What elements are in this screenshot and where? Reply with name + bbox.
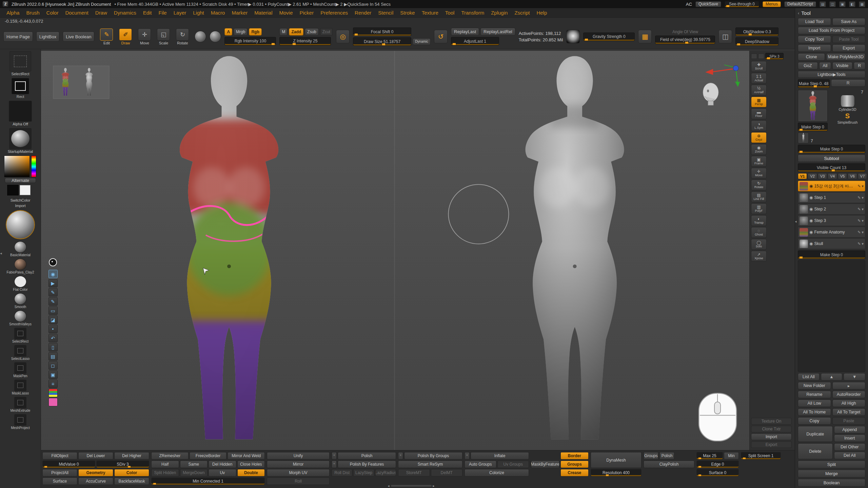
copy-button[interactable]: Copy [798, 417, 831, 425]
tray-button[interactable]: Del Lower [78, 452, 113, 460]
delete-button[interactable]: Delete [798, 443, 833, 459]
primary-color-swatch[interactable] [20, 185, 31, 195]
eye-icon[interactable]: ◉ [809, 195, 813, 200]
subtool-item[interactable]: ◉ Step 2 ✎ ▾ [798, 204, 865, 215]
menus-button[interactable]: Menus [763, 1, 781, 7]
menu-item[interactable]: Render [352, 9, 374, 16]
tray-button[interactable]: Uv [209, 469, 236, 476]
tool-panel-button[interactable]: Load Tools From Project [798, 27, 865, 34]
import-color-button[interactable]: Import [13, 203, 27, 208]
canvas-tool-icon[interactable]: ▤ [48, 352, 58, 361]
perspective-grid-icon[interactable]: ▦ [638, 30, 652, 43]
canvas-tool-icon[interactable]: ▶ [48, 279, 58, 287]
shelf-dots-icon[interactable] [758, 54, 764, 59]
canvas-tool-icon[interactable]: • [48, 325, 58, 333]
color-picker[interactable] [4, 156, 37, 177]
make-step-slider-second[interactable]: Make Step 0 [798, 145, 865, 153]
menu-item[interactable]: Layer [171, 9, 190, 16]
tray-button[interactable]: ClayPolish [644, 461, 694, 468]
adjust-last-slider[interactable]: AdjustLast 1 [451, 37, 499, 45]
draw-size-slider[interactable]: Draw Size 51.18757 [353, 37, 411, 46]
tray-button[interactable]: * [332, 461, 337, 468]
tray-button[interactable]: FreezeBorder [190, 452, 227, 460]
eye-icon[interactable]: ◉ [809, 207, 813, 211]
menu-item[interactable]: Dynamics [111, 9, 139, 16]
m-mode-chip[interactable]: M [279, 28, 288, 36]
merge-section-bar[interactable]: Merge [798, 470, 865, 477]
append-button[interactable]: Append [834, 426, 866, 433]
subtool-view-tab[interactable]: V5 [838, 173, 847, 179]
mode-button[interactable]: ✐ Draw [117, 28, 134, 45]
tool-panel-button[interactable]: Paste Tool [832, 36, 866, 43]
canvas-tool-icon[interactable]: ▭ [48, 306, 58, 315]
move-up-icon[interactable]: ▲ [821, 373, 843, 381]
tray-button[interactable]: Split Hidden [151, 469, 179, 476]
spix-slider[interactable]: SPix 3 [765, 53, 784, 60]
tray-button[interactable]: ZRemesher [151, 452, 189, 460]
tool-panel-button[interactable]: Visible [832, 62, 852, 69]
tray-scrollbar[interactable]: ◂▸ [388, 484, 435, 488]
quick-pick-item[interactable]: Smooth [14, 293, 26, 310]
subtool-view-tab[interactable]: V3 [818, 173, 827, 179]
quick-pick-item[interactable]: SmoothValleys [9, 310, 32, 327]
tray-button[interactable]: StoreMT [398, 469, 430, 476]
eye-icon[interactable]: ◉ [809, 218, 813, 223]
tray-button[interactable]: Crease [560, 469, 589, 476]
subtool-make-step-slider[interactable]: Make Step 0 [798, 250, 865, 259]
canvas-tool-icon[interactable]: ▯ [48, 343, 58, 351]
right-shelf-button[interactable]: ◐ Transp [751, 215, 767, 226]
right-shelf-button[interactable]: ½ AAHalf [751, 85, 767, 96]
texture-sphere-icon[interactable] [195, 31, 206, 42]
menu-item[interactable]: Transform [458, 9, 487, 16]
obj-shadow-slider[interactable]: ObjShadow 0.3 [735, 27, 778, 36]
texture-palette-button[interactable]: Texture On [751, 418, 792, 425]
subtool-view-tab[interactable]: V7 [858, 173, 867, 179]
menu-item[interactable]: Macro [208, 9, 228, 16]
tray-button[interactable]: Roll [267, 477, 330, 485]
focal-shift-slider[interactable]: Focal Shift 0 [353, 27, 411, 36]
subtool-row-icons[interactable]: ✎ ▾ [857, 207, 864, 211]
tray-button[interactable]: Roll Dist [332, 469, 352, 476]
subtool-row-icons[interactable]: ✎ ▾ [857, 196, 864, 200]
quick-pick-item[interactable]: MaskPen [13, 362, 27, 379]
new-folder-button[interactable]: New Folder [798, 382, 831, 389]
sidebar-picker-item[interactable]: StartupMaterial [8, 128, 33, 155]
window-control-icon[interactable]: ▤ [820, 1, 826, 7]
mode-button[interactable]: ◱ Scale [155, 28, 172, 45]
mode-button[interactable]: ↻ Rotate [174, 28, 191, 45]
tray-button[interactable]: LazyRadius [375, 469, 396, 476]
window-control-icon[interactable]: ▣ [839, 1, 846, 7]
dynamic-toggle[interactable]: Dynamic [413, 38, 431, 45]
eye-icon[interactable]: ◉ [809, 184, 813, 188]
menu-item[interactable]: Color [43, 9, 62, 16]
tray-button[interactable]: MergeDown [180, 469, 208, 476]
subtool-row-icons[interactable]: ✎ ▾ [857, 184, 864, 188]
zadd-button[interactable]: Zadd [289, 28, 303, 36]
canvas-tool-icon[interactable]: ◪ [48, 316, 58, 324]
rgb-intensity-slider[interactable]: Rgb Intensity 100 [224, 37, 276, 45]
pin-icon[interactable] [49, 258, 57, 266]
duplicate-button[interactable]: Duplicate [798, 426, 833, 442]
right-shelf-button[interactable]: ◯ Solo [751, 239, 767, 250]
tray-button[interactable]: Geometry [78, 469, 113, 476]
z-intensity-slider[interactable]: Z Intensity 25 [279, 37, 331, 45]
right-shelf-button[interactable]: ◑ L.Sym [751, 120, 767, 131]
quick-pick-item[interactable]: MeshProject [11, 414, 30, 431]
sculpting-canvas[interactable]: ◉▶✎✎▭◪•↶▯▤◻▣≡▦■ SPix 3 ✚ Scroll [41, 49, 795, 450]
current-tool-thumbnail[interactable] [798, 90, 828, 122]
eye-icon[interactable]: ◉ [809, 241, 813, 246]
menu-item[interactable]: Material [251, 9, 275, 16]
menu-item[interactable]: Picker [297, 9, 317, 16]
tray-button[interactable]: Border [560, 452, 589, 460]
tool-panel-button[interactable]: All [819, 62, 831, 69]
canvas-tool-icon[interactable]: ▣ [48, 370, 58, 379]
default-zscript-button[interactable]: DefaultZScript [784, 1, 816, 7]
live-boolean-button[interactable]: Live Boolean [63, 32, 94, 42]
tool-panel-button[interactable]: Clone [798, 53, 825, 61]
switch-color-button[interactable]: SwitchColor [8, 198, 33, 203]
del-other-button[interactable]: Del Other [834, 443, 866, 451]
boolean-section-bar[interactable]: Boolean [798, 479, 865, 487]
all-to-home-button[interactable]: All To Home [798, 408, 831, 416]
move-down-icon[interactable]: ▼ [844, 373, 865, 381]
list-all-button[interactable]: List All [798, 373, 820, 381]
